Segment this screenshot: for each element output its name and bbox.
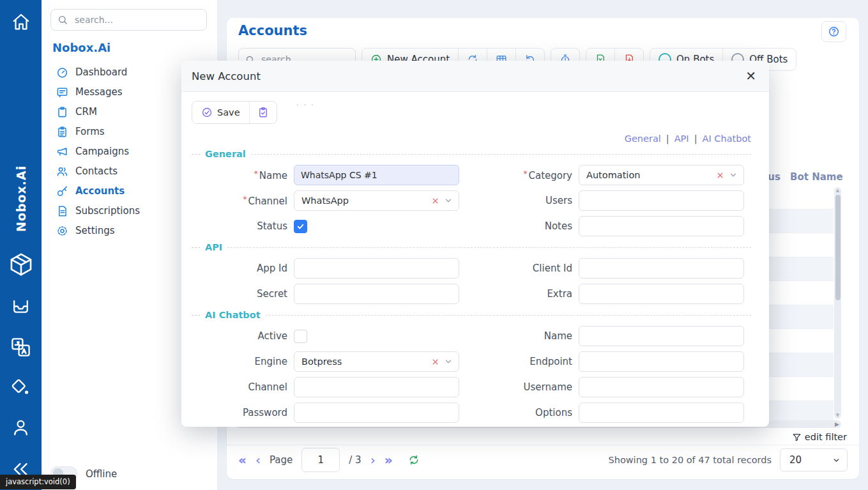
clear-icon[interactable]: [431, 358, 439, 366]
home-icon: [11, 12, 31, 31]
ai-channel-input[interactable]: [294, 377, 459, 397]
users-input[interactable]: [579, 190, 744, 211]
first-page-button[interactable]: «: [238, 454, 247, 466]
subscriptions-icon: [56, 205, 68, 217]
scroll-up-arrow[interactable]: ▲: [834, 188, 841, 193]
extra-input[interactable]: [579, 284, 744, 304]
drag-dots: [296, 100, 318, 110]
status-checkbox[interactable]: [294, 220, 307, 233]
help-icon: [828, 26, 840, 38]
modal-body: Save General | API | AI Chatbot General: [181, 92, 769, 425]
options-input[interactable]: [579, 402, 744, 423]
app-root: Nobox.Ai: [0, 0, 868, 490]
dashboard-icon: [56, 66, 68, 79]
forms-icon: [56, 126, 68, 138]
save-button[interactable]: Save: [192, 102, 249, 123]
close-icon[interactable]: ✕: [745, 70, 756, 82]
category-value: Automation: [586, 170, 712, 180]
offline-label: Offline: [86, 468, 117, 480]
sidebar-search[interactable]: [50, 9, 207, 31]
channel-select[interactable]: WhatsApp: [294, 190, 459, 211]
field-active: Active: [192, 323, 466, 349]
client-id-input[interactable]: [579, 258, 744, 279]
field-secret: Secret: [192, 281, 466, 307]
field-app-id: App Id: [192, 256, 466, 281]
vertical-scrollbar[interactable]: ▲ ▼: [834, 187, 841, 418]
chevron-down-icon: [832, 456, 841, 464]
section-api-label: API: [205, 242, 222, 252]
accounts-icon: [56, 185, 68, 197]
endpoint-input[interactable]: [579, 351, 744, 372]
sidebar-item-label: Subscriptions: [75, 205, 140, 217]
app-id-input[interactable]: [294, 258, 459, 279]
clipboard-check-icon: [257, 107, 269, 118]
showing-records-text: Showing 1 to 20 of 47 total records: [609, 455, 772, 465]
crm-icon: [56, 106, 68, 118]
page-size-select[interactable]: 20: [780, 448, 848, 471]
client-id-label: Client Id: [476, 263, 579, 274]
theme-paint-button[interactable]: [0, 378, 42, 399]
active-checkbox[interactable]: [294, 330, 307, 343]
scroll-right-arrow[interactable]: ▶: [835, 420, 839, 428]
package-icon: [8, 251, 34, 278]
username-input[interactable]: [579, 377, 744, 397]
clear-icon[interactable]: [431, 197, 439, 205]
options-label: Options: [476, 407, 579, 418]
next-page-button[interactable]: ›: [370, 454, 376, 466]
package-button[interactable]: [0, 251, 42, 278]
sidebar-item-label: CRM: [75, 106, 97, 118]
page-title: Accounts: [238, 23, 307, 38]
vertical-scrollbar-thumb[interactable]: [835, 195, 841, 300]
sidebar-item-label: Settings: [75, 225, 115, 236]
ai-name-input[interactable]: [579, 326, 744, 346]
tab-separator: |: [666, 134, 669, 144]
engine-select[interactable]: Botpress: [294, 351, 459, 372]
sidebar-item-label: Dashboard: [75, 66, 127, 78]
field-options: Options: [476, 400, 751, 425]
notes-input[interactable]: [579, 216, 744, 236]
field-status: Status: [192, 213, 466, 239]
modal-section-links: General | API | AI Chatbot: [192, 132, 751, 146]
save-and-copy-button[interactable]: [249, 102, 277, 123]
home-button[interactable]: [0, 12, 42, 31]
page-number-input[interactable]: [301, 448, 340, 472]
field-client-id: Client Id: [476, 256, 751, 281]
inbox-button[interactable]: [0, 296, 42, 316]
scroll-down-arrow[interactable]: ▼: [834, 413, 841, 418]
engine-label: Engine: [192, 356, 294, 367]
field-password: Password: [192, 400, 466, 425]
profile-button[interactable]: [0, 418, 42, 438]
page-label: Page: [270, 454, 293, 466]
category-select[interactable]: Automation: [579, 165, 744, 185]
help-button[interactable]: [821, 21, 846, 42]
sidebar-search-input[interactable]: [73, 14, 200, 26]
channel-label: Channel: [192, 195, 294, 207]
previous-page-button[interactable]: ‹: [255, 454, 261, 466]
reload-table-button[interactable]: [408, 454, 420, 466]
users-label: Users: [476, 195, 579, 206]
section-general-label: General: [205, 149, 246, 159]
modal-title: New Account: [192, 70, 261, 82]
pagination-bar: « ‹ Page / 3 › » Showing 1 to 20 of 47 t…: [238, 447, 848, 473]
campaigns-icon: [56, 146, 68, 158]
password-input[interactable]: [294, 402, 459, 423]
translate-button[interactable]: [0, 336, 42, 358]
chevron-down-icon: [444, 196, 453, 205]
username-label: Username: [476, 381, 579, 393]
last-page-button[interactable]: »: [385, 454, 393, 466]
tab-api[interactable]: API: [674, 134, 689, 144]
chevron-down-icon: [444, 357, 453, 366]
save-group: Save: [192, 101, 277, 124]
pagination-divider: [227, 445, 859, 445]
tab-general[interactable]: General: [625, 134, 661, 144]
search-icon: [57, 15, 68, 25]
secret-input[interactable]: [294, 284, 459, 304]
column-header-bot-name[interactable]: Bot Name: [790, 171, 843, 183]
name-input[interactable]: [294, 165, 459, 185]
tab-ai-chatbot[interactable]: AI Chatbot: [703, 134, 751, 144]
clear-icon[interactable]: [716, 171, 724, 180]
section-general: General: [192, 146, 751, 162]
field-engine: Engine Botpress: [192, 349, 466, 374]
edit-filter-button[interactable]: edit filter: [792, 432, 847, 442]
field-username: Username: [476, 374, 751, 400]
